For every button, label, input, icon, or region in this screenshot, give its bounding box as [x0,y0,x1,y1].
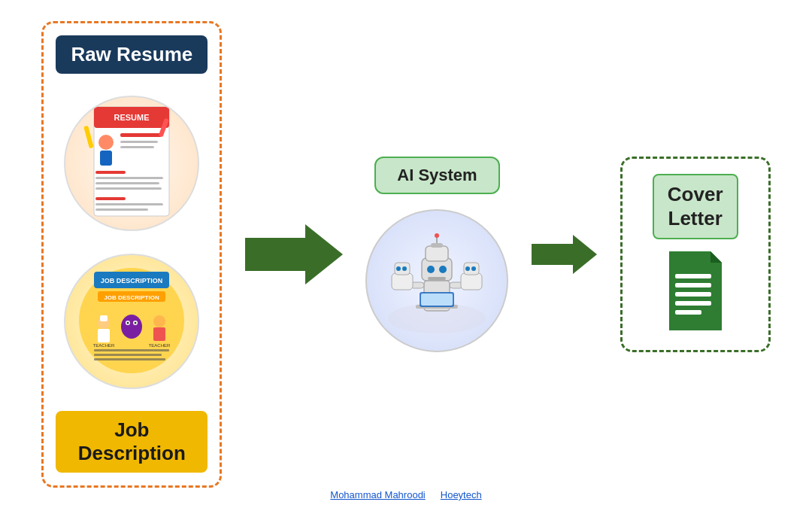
svg-rect-34 [94,358,165,360]
svg-point-58 [465,266,470,271]
svg-rect-24 [100,315,108,321]
arrow-to-output [532,235,597,274]
svg-rect-23 [98,329,110,342]
footer: Mohammad Mahroodi Hoeytech [330,489,481,500]
small-arrow-shaft [532,244,573,265]
raw-resume-label: Raw Resume [56,35,208,74]
svg-point-45 [435,233,439,238]
svg-rect-7 [120,146,154,148]
svg-point-25 [121,315,142,339]
svg-point-40 [439,266,447,273]
footer-link-2[interactable]: Hoeytech [441,489,482,500]
arrow-to-ai [245,224,343,284]
svg-rect-15 [84,126,95,149]
cover-letter-box: Cover Letter [620,157,771,352]
svg-point-29 [135,322,137,324]
svg-point-59 [471,266,476,271]
job-description-label: Job Description [56,411,208,473]
svg-rect-32 [94,349,169,351]
svg-rect-8 [95,171,126,174]
svg-point-54 [396,266,401,271]
svg-text:TEACHER: TEACHER [93,343,115,348]
svg-rect-9 [95,177,163,179]
ai-system-label: AI System [374,157,499,194]
ai-system-section: AI System [365,157,508,352]
svg-rect-62 [675,274,711,278]
svg-point-30 [153,315,165,327]
arrow-head-1 [305,224,343,284]
arrow-shaft-1 [245,238,305,271]
svg-text:JOB DESCRIPTION: JOB DESCRIPTION [101,277,163,284]
svg-marker-61 [710,251,722,263]
svg-rect-42 [426,246,448,261]
svg-rect-52 [392,273,413,290]
svg-rect-64 [675,292,711,297]
input-box: Raw Resume RESUME [41,21,222,488]
svg-rect-65 [675,301,711,306]
svg-rect-6 [120,141,158,143]
svg-rect-4 [100,151,112,166]
svg-point-55 [402,266,407,271]
svg-point-39 [427,266,435,273]
svg-marker-60 [669,251,722,330]
svg-rect-31 [153,327,165,341]
document-icon [662,251,729,334]
main-container: Raw Resume RESUME [0,0,812,508]
svg-rect-33 [94,354,162,356]
svg-rect-12 [95,197,126,200]
footer-link-1[interactable]: Mohammad Mahroodi [330,489,425,500]
svg-rect-10 [95,182,159,184]
svg-rect-43 [431,243,443,248]
svg-text:TEACHER: TEACHER [149,343,171,348]
svg-rect-49 [421,294,453,306]
svg-rect-56 [461,273,482,290]
resume-image: RESUME [64,96,199,231]
svg-rect-11 [95,187,162,190]
svg-text:RESUME: RESUME [114,113,150,122]
svg-point-3 [98,135,114,150]
job-description-image: JOB DESCRIPTION JOB DESCRIPTION [64,254,199,389]
svg-rect-63 [675,283,711,287]
svg-point-28 [127,322,129,324]
svg-rect-14 [95,208,148,211]
robots-image [365,209,508,352]
svg-rect-5 [120,133,162,137]
svg-rect-66 [675,310,701,315]
small-arrow-head [573,235,597,274]
svg-text:JOB DESCRIPTION: JOB DESCRIPTION [105,294,160,301]
svg-rect-13 [95,203,163,205]
cover-letter-label: Cover Letter [653,174,738,239]
svg-rect-41 [428,277,446,280]
